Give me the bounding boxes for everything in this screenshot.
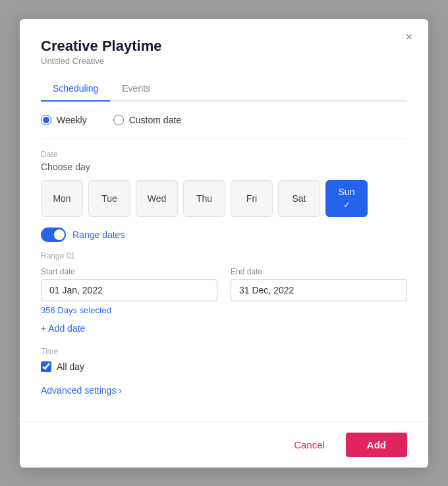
modal-body: Weekly Custom date Date Choose day Mon T… [20, 102, 428, 421]
modal-subtitle: Untitled Creative [41, 56, 407, 66]
weekly-label: Weekly [57, 115, 87, 125]
start-date-label: Start date [41, 267, 217, 276]
tab-scheduling[interactable]: Scheduling [41, 76, 110, 102]
add-button[interactable]: Add [346, 433, 407, 457]
modal-footer: Cancel Add [20, 421, 428, 468]
days-selected-text: 356 Days selected [41, 305, 407, 315]
day-thu[interactable]: Thu [183, 180, 225, 217]
modal-title: Creative Playtime [41, 38, 407, 55]
modal-header: Creative Playtime Untitled Creative × [20, 19, 428, 66]
day-sat[interactable]: Sat [278, 180, 320, 217]
date-section-label: Date [41, 150, 407, 159]
divider [41, 138, 407, 139]
weekly-option[interactable]: Weekly [41, 115, 87, 125]
custom-date-option[interactable]: Custom date [113, 115, 181, 125]
advanced-settings-link[interactable]: Advanced settings › [41, 385, 122, 396]
range-title: Range 01 [41, 251, 407, 260]
tab-bar: Scheduling Events [41, 76, 407, 102]
start-date-input[interactable] [41, 279, 217, 301]
day-tue[interactable]: Tue [88, 180, 130, 217]
modal-overlay: Creative Playtime Untitled Creative × Sc… [0, 0, 448, 486]
recurrence-options: Weekly Custom date [41, 115, 407, 125]
range-toggle[interactable] [41, 228, 66, 242]
toggle-slider [41, 228, 66, 242]
choose-day-label: Choose day [41, 162, 407, 172]
add-date-button[interactable]: + Add date [41, 323, 85, 334]
time-section: Time All day [41, 347, 407, 372]
time-label: Time [41, 347, 407, 356]
end-date-field: End date [231, 267, 407, 301]
range-dates-label: Range dates [72, 229, 125, 240]
tab-events[interactable]: Events [110, 76, 162, 102]
day-fri[interactable]: Fri [231, 180, 273, 217]
range-section: Range 01 Start date End date 356 Days se… [41, 251, 407, 334]
end-date-input[interactable] [231, 279, 407, 301]
add-date-label: + Add date [41, 323, 85, 334]
custom-date-label: Custom date [129, 115, 181, 125]
end-date-label: End date [231, 267, 407, 276]
custom-radio[interactable] [113, 115, 124, 125]
close-button[interactable]: × [401, 28, 416, 46]
sun-check-icon: ✓ [343, 200, 350, 210]
day-selector: Mon Tue Wed Thu Fri Sat Sun✓ [41, 180, 407, 217]
day-sun[interactable]: Sun✓ [325, 180, 368, 217]
cancel-button[interactable]: Cancel [281, 433, 338, 457]
day-wed[interactable]: Wed [136, 180, 178, 217]
weekly-radio[interactable] [41, 115, 51, 125]
modal-dialog: Creative Playtime Untitled Creative × Sc… [20, 19, 428, 468]
allday-checkbox[interactable] [41, 361, 51, 372]
allday-label[interactable]: All day [57, 361, 84, 372]
range-toggle-row: Range dates [41, 228, 407, 242]
day-mon[interactable]: Mon [41, 180, 83, 217]
allday-row: All day [41, 361, 407, 372]
date-row: Start date End date [41, 267, 407, 301]
start-date-field: Start date [41, 267, 217, 301]
